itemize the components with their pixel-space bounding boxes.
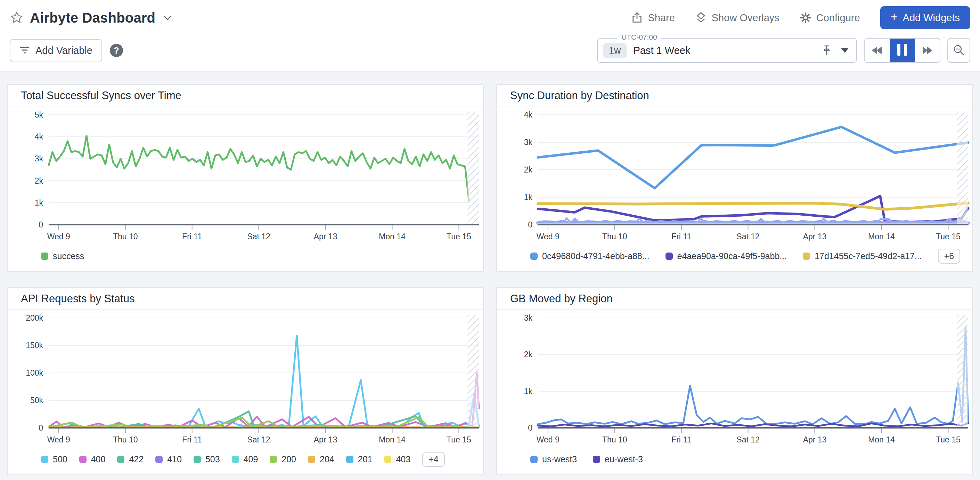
svg-text:50k: 50k bbox=[30, 396, 43, 405]
svg-text:Mon 14: Mon 14 bbox=[379, 435, 406, 444]
zoom-out-button[interactable] bbox=[947, 38, 970, 63]
configure-button[interactable]: Configure bbox=[800, 12, 860, 24]
pin-icon[interactable] bbox=[821, 45, 832, 56]
legend-color-chip bbox=[803, 252, 810, 260]
svg-text:Thu 10: Thu 10 bbox=[602, 435, 627, 444]
legend-label: 204 bbox=[320, 454, 334, 464]
svg-text:0: 0 bbox=[38, 220, 43, 229]
legend-item[interactable]: eu-west-3 bbox=[593, 454, 643, 464]
filter-icon bbox=[19, 46, 30, 55]
svg-text:Fri 11: Fri 11 bbox=[671, 232, 691, 241]
chart-area-syncs[interactable]: 01k2k3k4k5kWed 9Thu 10Fri 11Sat 12Apr 13… bbox=[8, 107, 483, 243]
share-button[interactable]: Share bbox=[631, 12, 675, 24]
picker-caret-icon[interactable] bbox=[841, 48, 849, 53]
legend-item[interactable]: e4aea90a-90ca-49f5-9abb... bbox=[665, 251, 787, 261]
legend-color-chip bbox=[117, 456, 124, 463]
panel-title: Total Successful Syncs over Time bbox=[8, 85, 483, 107]
svg-text:Sat 12: Sat 12 bbox=[737, 435, 760, 444]
chart-area-gb-moved[interactable]: 01k2k3kWed 9Thu 10Fri 11Sat 12Apr 13Mon … bbox=[497, 309, 972, 446]
svg-text:Sat 12: Sat 12 bbox=[247, 232, 270, 241]
configure-label: Configure bbox=[816, 12, 860, 24]
legend-color-chip bbox=[308, 456, 315, 463]
svg-text:0: 0 bbox=[528, 423, 532, 432]
chart-area-sync-duration[interactable]: 01k2k3k4kWed 9Thu 10Fri 11Sat 12Apr 13Mo… bbox=[497, 107, 972, 243]
svg-text:Mon 14: Mon 14 bbox=[868, 435, 895, 444]
legend-label: 400 bbox=[91, 454, 106, 464]
legend-label: 410 bbox=[167, 454, 182, 464]
legend-label: 200 bbox=[282, 454, 296, 464]
svg-text:Tue 15: Tue 15 bbox=[936, 435, 961, 444]
panel-gb-moved: GB Moved by Region 01k2k3kWed 9Thu 10Fri… bbox=[496, 287, 973, 475]
legend-color-chip bbox=[270, 456, 277, 463]
panel-api-requests: API Requests by Status 050k100k150k200kW… bbox=[7, 287, 484, 475]
legend-color-chip bbox=[530, 252, 538, 260]
svg-text:150k: 150k bbox=[26, 341, 43, 350]
favorite-star-icon[interactable] bbox=[10, 11, 24, 25]
legend-item[interactable]: 204 bbox=[308, 454, 334, 464]
legend-color-chip bbox=[346, 456, 353, 463]
plus-icon: + bbox=[891, 11, 898, 23]
legend-item[interactable]: 503 bbox=[194, 454, 220, 464]
zoom-out-magnifier-icon bbox=[953, 44, 965, 57]
legend-item[interactable]: success bbox=[41, 251, 84, 261]
legend-label: eu-west-3 bbox=[605, 454, 643, 464]
add-variable-label: Add Variable bbox=[35, 45, 92, 56]
svg-text:Fri 11: Fri 11 bbox=[182, 232, 202, 241]
legend-item[interactable]: 409 bbox=[232, 454, 258, 464]
svg-text:5k: 5k bbox=[35, 110, 43, 119]
show-overlays-button[interactable]: Show Overlays bbox=[695, 12, 780, 24]
legend-label: 409 bbox=[243, 454, 258, 464]
legend-label: e4aea90a-90ca-49f5-9abb... bbox=[677, 251, 787, 261]
chart-legend: us-west3eu-west-3 bbox=[497, 447, 972, 474]
add-variable-button[interactable]: Add Variable bbox=[10, 39, 102, 62]
chart-area-api-requests[interactable]: 050k100k150k200kWed 9Thu 10Fri 11Sat 12A… bbox=[8, 309, 483, 446]
svg-text:Tue 15: Tue 15 bbox=[936, 232, 961, 241]
dashboard-header: Airbyte Dashboard Share Show Overlays bbox=[0, 0, 980, 72]
legend-color-chip bbox=[79, 456, 86, 463]
svg-text:Apr 13: Apr 13 bbox=[803, 435, 827, 444]
legend-label: 17d1455c-7ed5-49d2-a17... bbox=[815, 251, 922, 261]
legend-item[interactable]: 17d1455c-7ed5-49d2-a17... bbox=[803, 251, 922, 261]
pause-button[interactable] bbox=[889, 38, 915, 62]
legend-item[interactable]: 422 bbox=[117, 454, 143, 464]
legend-color-chip bbox=[384, 456, 391, 463]
legend-item[interactable]: 0c49680d-4791-4ebb-a88... bbox=[530, 251, 649, 261]
legend-color-chip bbox=[232, 456, 239, 463]
legend-label: 0c49680d-4791-4ebb-a88... bbox=[542, 251, 649, 261]
dashboard-grid: Total Successful Syncs over Time 01k2k3k… bbox=[0, 72, 980, 480]
svg-text:Thu 10: Thu 10 bbox=[113, 435, 138, 444]
legend-label: 503 bbox=[205, 454, 220, 464]
svg-text:3k: 3k bbox=[524, 313, 533, 322]
svg-text:Mon 14: Mon 14 bbox=[379, 232, 406, 241]
svg-text:4k: 4k bbox=[524, 110, 533, 119]
range-shortcut-chip: 1w bbox=[603, 43, 627, 58]
legend-overflow-badge[interactable]: +4 bbox=[422, 452, 445, 467]
legend-color-chip bbox=[593, 456, 600, 463]
svg-text:Apr 13: Apr 13 bbox=[314, 232, 337, 241]
title-chevron-down-icon[interactable] bbox=[163, 15, 172, 21]
svg-text:1k: 1k bbox=[524, 387, 533, 396]
svg-text:Tue 15: Tue 15 bbox=[447, 232, 471, 241]
chart-legend: 500400422410503409200204201403+4 bbox=[8, 447, 483, 474]
add-widgets-button[interactable]: + Add Widgets bbox=[880, 6, 970, 29]
help-button[interactable]: ? bbox=[110, 44, 123, 57]
legend-item[interactable]: 500 bbox=[41, 454, 67, 464]
svg-text:Mon 14: Mon 14 bbox=[868, 232, 895, 241]
legend-item[interactable]: us-west3 bbox=[530, 454, 577, 464]
svg-text:0: 0 bbox=[528, 220, 532, 229]
panel-total-successful-syncs: Total Successful Syncs over Time 01k2k3k… bbox=[7, 84, 484, 272]
forward-button[interactable] bbox=[915, 38, 940, 62]
page-title: Airbyte Dashboard bbox=[30, 10, 155, 26]
legend-item[interactable]: 403 bbox=[384, 454, 410, 464]
timezone-label: UTC-07:00 bbox=[617, 33, 661, 41]
legend-item[interactable]: 400 bbox=[79, 454, 106, 464]
time-range-picker[interactable]: UTC-07:00 1w Past 1 Week bbox=[597, 38, 857, 63]
svg-text:0: 0 bbox=[38, 423, 43, 432]
legend-item[interactable]: 200 bbox=[270, 454, 296, 464]
legend-overflow-badge[interactable]: +6 bbox=[938, 249, 961, 264]
legend-item[interactable]: 201 bbox=[346, 454, 372, 464]
svg-text:3k: 3k bbox=[524, 138, 533, 147]
rewind-button[interactable] bbox=[865, 38, 889, 62]
legend-item[interactable]: 410 bbox=[155, 454, 182, 464]
share-upload-icon bbox=[631, 12, 643, 24]
